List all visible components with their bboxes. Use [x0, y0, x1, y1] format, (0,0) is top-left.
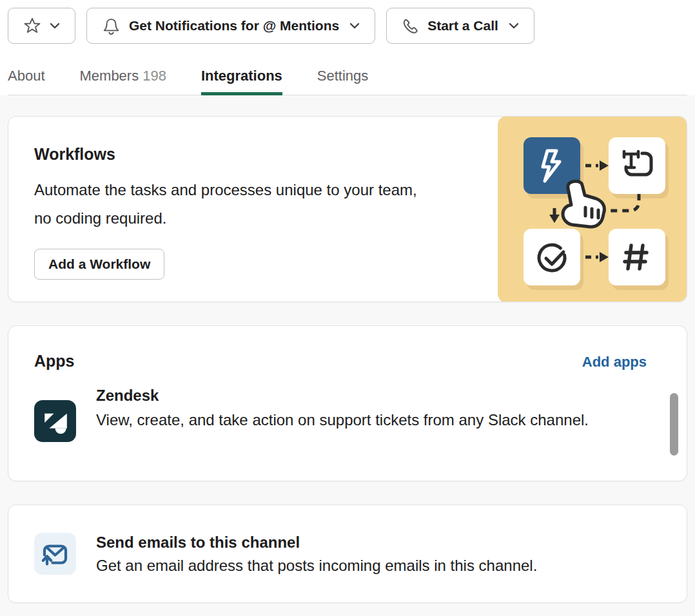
star-channel-button[interactable]: [8, 8, 75, 44]
add-apps-link[interactable]: Add apps: [582, 354, 647, 371]
chevron-down-icon: [349, 23, 360, 29]
channel-tabs: About Members198 Integrations Settings: [8, 68, 687, 95]
incoming-email-icon: [34, 533, 76, 575]
text-frame-tile: [609, 137, 665, 194]
phone-icon: [402, 17, 419, 35]
members-count: 198: [142, 68, 166, 84]
app-list-item-zendesk[interactable]: Zendesk View, create, and take action on…: [8, 371, 687, 450]
tab-about[interactable]: About: [8, 68, 45, 95]
send-emails-title: Send emails to this channel: [96, 533, 537, 552]
tab-members-label: Members: [80, 68, 139, 84]
app-text: Zendesk View, create, and take action on…: [96, 383, 589, 450]
notifications-button-label: Get Notifications for @ Mentions: [129, 18, 339, 34]
send-emails-description: Get an email address that posts incoming…: [96, 552, 537, 579]
integrations-panel: Workflows Automate the tasks and process…: [0, 95, 695, 603]
zendesk-app-icon: [34, 400, 76, 442]
workflows-description: Automate the tasks and processes unique …: [34, 176, 427, 233]
channel-details-header: Get Notifications for @ Mentions Start a…: [0, 0, 695, 95]
send-emails-text: Send emails to this channel Get an email…: [96, 533, 537, 602]
apps-card: Apps Add apps Zendesk View, create, and …: [8, 325, 687, 481]
apps-scrollbar-thumb[interactable]: [670, 393, 678, 456]
workflows-card: Workflows Automate the tasks and process…: [8, 116, 687, 302]
bell-icon: [102, 17, 121, 35]
tab-settings[interactable]: Settings: [317, 68, 369, 95]
start-call-button[interactable]: Start a Call: [386, 8, 534, 44]
apps-title: Apps: [34, 352, 75, 371]
star-icon: [23, 17, 41, 35]
start-call-button-label: Start a Call: [427, 18, 498, 34]
notifications-button[interactable]: Get Notifications for @ Mentions: [86, 8, 375, 44]
app-name: Zendesk: [96, 385, 589, 406]
chevron-down-icon: [50, 23, 60, 29]
check-circle-tile: [524, 229, 580, 285]
send-emails-card[interactable]: Send emails to this channel Get an email…: [8, 505, 687, 603]
tab-integrations[interactable]: Integrations: [201, 68, 282, 95]
apps-card-header: Apps Add apps: [8, 326, 687, 371]
app-description: View, create, and take action on support…: [96, 406, 589, 434]
workflows-illustration: [498, 116, 687, 302]
tab-members[interactable]: Members198: [80, 68, 166, 95]
hash-tile: [609, 229, 665, 285]
chevron-down-icon: [509, 23, 519, 29]
add-workflow-button[interactable]: Add a Workflow: [34, 249, 164, 280]
channel-toolbar: Get Notifications for @ Mentions Start a…: [8, 8, 687, 44]
